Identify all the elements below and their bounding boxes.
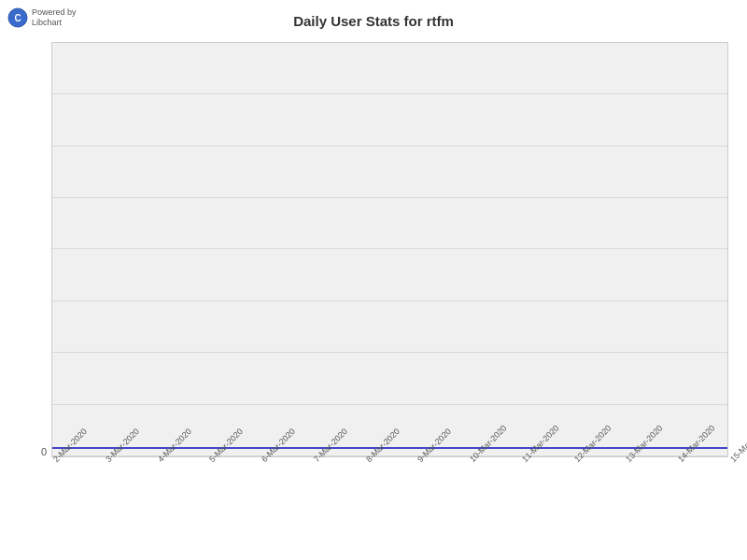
data-line [52, 447, 727, 449]
y-axis-label-0: 0 [28, 446, 47, 457]
y-axis: 0 [28, 42, 47, 457]
x-axis-label: 15-Mar-2020 [728, 424, 747, 465]
chart-container: C Powered by Libchart Daily User Stats f… [0, 0, 747, 560]
chart-title: Daily User Stats for rtfm [0, 13, 747, 29]
chart-plot-area [51, 42, 728, 457]
x-axis-labels: 2-Mar-20203-Mar-20204-Mar-20205-Mar-2020… [51, 457, 728, 555]
